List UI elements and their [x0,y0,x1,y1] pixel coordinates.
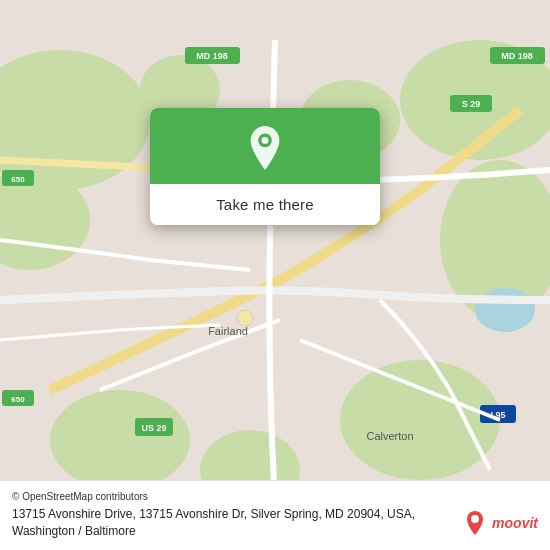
map-container: MD 198 S 29 MD 198 650 650 US 29 I 95 MD… [0,0,550,550]
moovit-brand-text: moovit [492,515,538,531]
attribution-text: © OpenStreetMap contributors [12,491,148,502]
svg-text:650: 650 [11,175,25,184]
svg-text:Calverton: Calverton [366,430,413,442]
address-text: 13715 Avonshire Drive, 13715 Avonshire D… [12,506,451,540]
popup-card: Take me there [150,108,380,225]
moovit-pin-icon [461,509,489,537]
popup-header [150,108,380,184]
map-background: MD 198 S 29 MD 198 650 650 US 29 I 95 MD… [0,0,550,550]
svg-point-5 [340,360,500,480]
svg-point-32 [471,515,479,523]
location-pin-icon [243,126,287,170]
svg-text:US 29: US 29 [141,423,166,433]
svg-point-29 [237,310,253,326]
svg-point-31 [262,137,269,144]
svg-text:MD 198: MD 198 [196,51,228,61]
bottom-bar: © OpenStreetMap contributors 13715 Avons… [0,480,550,550]
svg-text:S 29: S 29 [462,99,481,109]
take-me-there-button[interactable]: Take me there [150,184,380,225]
svg-text:MD 198: MD 198 [501,51,533,61]
attribution: © OpenStreetMap contributors [12,491,538,502]
svg-text:650: 650 [11,395,25,404]
moovit-logo: moovit [461,509,538,537]
svg-point-6 [50,390,190,490]
address-row: 13715 Avonshire Drive, 13715 Avonshire D… [12,506,538,540]
svg-text:Fairland: Fairland [208,325,248,337]
svg-point-10 [475,288,535,332]
